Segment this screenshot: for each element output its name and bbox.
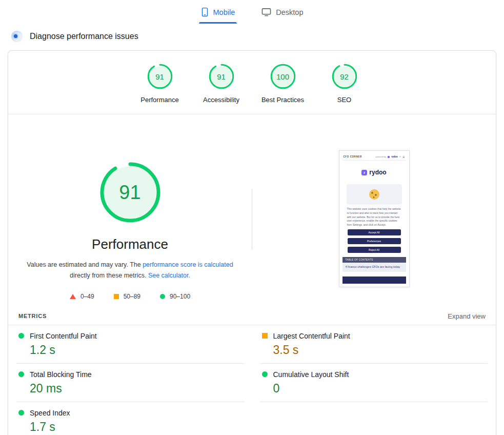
- score-calculation-link[interactable]: performance score is calculated: [143, 261, 233, 268]
- score-label: Performance: [140, 96, 178, 104]
- legend-shape-icon: [70, 294, 76, 299]
- metric-status-icon: [262, 333, 268, 339]
- thumb-cookie-card: [347, 184, 402, 205]
- score-gauge[interactable]: 91 Performance: [129, 62, 191, 104]
- accept-all-button: Accept All: [348, 229, 401, 235]
- expand-view-link[interactable]: Expand view: [448, 312, 486, 320]
- tab-mobile-label: Mobile: [213, 8, 235, 16]
- thumb-logo: r rydoo: [342, 161, 406, 184]
- metric-item: First Contentful Paint 1.2 s: [16, 325, 245, 364]
- metric-value: 0: [273, 382, 486, 396]
- metric-item: Speed Index 1.7 s: [16, 402, 245, 435]
- report-card: 91 Performance 91 Accessibility 100 Best…: [8, 50, 496, 435]
- diagnose-icon: [11, 31, 23, 42]
- tab-desktop[interactable]: Desktop: [259, 2, 305, 24]
- thumb-footer: [342, 276, 406, 284]
- score-value: 92: [330, 62, 359, 91]
- metric-item: Cumulative Layout Shift 0: [260, 364, 488, 402]
- metric-name: Largest Contentful Paint: [273, 332, 350, 340]
- performance-score: 91: [99, 162, 161, 223]
- performance-title: Performance: [92, 236, 168, 252]
- score-value: 100: [269, 62, 297, 91]
- metric-status-icon: [18, 410, 24, 416]
- legend-shape-icon: [114, 294, 119, 299]
- metrics-grid: First Contentful Paint 1.2 s Largest Con…: [8, 325, 496, 435]
- thumb-article-link: 4 finance challenges CFOs are facing tod…: [342, 263, 406, 272]
- thumb-consent-text: This website uses cookies that help the …: [342, 205, 406, 229]
- overview-section: 91 Performance Values are estimated and …: [8, 114, 496, 307]
- section-title: Diagnose performance issues: [30, 32, 138, 41]
- thumb-toc-label: TABLE OF CONTENTS: [342, 257, 406, 263]
- score-legend: 0–49 50–89 90–100: [70, 293, 190, 300]
- thumb-brand: rydoo: [391, 155, 398, 158]
- thumb-powered-by: powered by: [375, 155, 386, 158]
- legend-range: 0–49: [80, 293, 94, 300]
- metric-name: Cumulative Layout Shift: [273, 370, 349, 379]
- legend-item: 90–100: [160, 293, 190, 300]
- screenshot-panel: CFO CORNER powered by rydoo r rydoo: [252, 114, 496, 307]
- metric-name: First Contentful Paint: [30, 332, 97, 340]
- thumb-site-name: CFO CORNER: [344, 155, 362, 158]
- score-label: Accessibility: [203, 96, 239, 104]
- metrics-header: METRICS Expand view: [8, 307, 496, 325]
- tab-mobile[interactable]: Mobile: [199, 2, 237, 24]
- device-tabs: Mobile Desktop: [0, 0, 504, 24]
- metric-value: 1.2 s: [30, 343, 243, 357]
- legend-range: 50–89: [124, 293, 140, 300]
- score-disclaimer: Values are estimated and may vary. The p…: [17, 260, 243, 282]
- legend-item: 0–49: [70, 293, 94, 300]
- metric-status-icon: [262, 371, 268, 377]
- performance-gauge: 91: [99, 162, 161, 223]
- cookie-icon: [369, 189, 379, 200]
- rydoo-logo-icon: r: [361, 170, 367, 175]
- score-summary: 91 Performance 91 Accessibility 100 Best…: [8, 51, 496, 114]
- metric-status-icon: [18, 333, 24, 339]
- score-gauge[interactable]: 100 Best Practices: [252, 62, 314, 104]
- metric-status-icon: [18, 371, 24, 377]
- preferences-button: Preferences: [348, 238, 401, 244]
- metric-value: 20 ms: [30, 382, 243, 396]
- mobile-icon: [201, 7, 209, 17]
- see-calculator-link[interactable]: See calculator.: [148, 272, 190, 279]
- performance-gauge-panel: 91 Performance Values are estimated and …: [8, 114, 252, 307]
- score-label: SEO: [337, 96, 351, 104]
- metric-item: Largest Contentful Paint 3.5 s: [260, 325, 488, 364]
- menu-icon: [402, 155, 405, 159]
- metric-name: Total Blocking Time: [30, 370, 92, 379]
- metric-value: 3.5 s: [273, 343, 486, 357]
- desktop-icon: [261, 8, 271, 16]
- score-value: 91: [146, 62, 174, 91]
- legend-shape-icon: [160, 294, 165, 299]
- metrics-title: METRICS: [18, 313, 47, 319]
- thumb-brand-icon: [388, 156, 390, 158]
- rydoo-logo-text: rydoo: [369, 169, 386, 176]
- search-icon: [399, 155, 401, 159]
- legend-item: 50–89: [114, 293, 140, 300]
- metric-item: Total Blocking Time 20 ms: [16, 364, 245, 402]
- thumb-topbar: CFO CORNER powered by rydoo: [342, 154, 406, 161]
- score-gauge[interactable]: 91 Accessibility: [191, 62, 252, 104]
- section-header: Diagnose performance issues: [11, 31, 504, 42]
- metric-name: Speed Index: [30, 409, 70, 417]
- page-screenshot-thumbnail: CFO CORNER powered by rydoo r rydoo: [339, 150, 410, 287]
- legend-range: 90–100: [170, 293, 190, 300]
- score-label: Best Practices: [261, 96, 304, 104]
- reject-all-button: Reject All: [348, 247, 401, 253]
- tab-desktop-label: Desktop: [276, 8, 303, 16]
- metric-value: 1.7 s: [30, 420, 243, 434]
- score-value: 91: [207, 62, 236, 91]
- score-gauge[interactable]: 92 SEO: [314, 62, 375, 104]
